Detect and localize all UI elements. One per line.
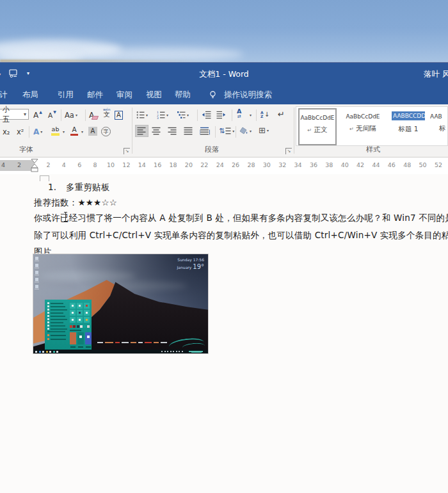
tile-glyph	[72, 305, 74, 307]
small-tile	[73, 325, 76, 328]
style-preview: AaBbCcDdE	[339, 113, 387, 120]
desktop-icon-label	[35, 275, 39, 275]
title-bar[interactable]: ▾ ▾ 文档1 - Word 落叶 风	[0, 63, 448, 85]
align-left-button[interactable]	[135, 125, 148, 137]
tab-review[interactable]: 审阅	[116, 90, 132, 101]
start-tile	[77, 303, 83, 309]
distribute-button[interactable]	[200, 125, 210, 137]
align-center-button[interactable]	[152, 125, 161, 137]
font-color-button[interactable]: A	[70, 125, 78, 137]
chevron-down-icon: ▾	[166, 113, 168, 117]
highlight-color-button[interactable]: ab	[51, 125, 60, 137]
paragraph-dialog-launcher-icon[interactable]: ↘	[285, 148, 292, 154]
tab-references[interactable]: 引用	[58, 90, 74, 101]
line-spacing-button[interactable]: ⇅ ▾	[219, 125, 234, 137]
tell-me-search[interactable]: 操作说明搜索	[224, 90, 272, 101]
start-tile	[70, 317, 76, 323]
highlight-dropdown[interactable]: ▾	[61, 125, 65, 138]
font-color-dropdown[interactable]: ▾	[80, 125, 83, 138]
ruler-number: 4	[62, 161, 66, 168]
tray-icon	[179, 351, 180, 352]
tab-design-partial[interactable]: 计	[0, 90, 8, 101]
shrink-font-button[interactable]: A▼	[48, 109, 56, 121]
borders-button[interactable]: ⊞ ▾	[259, 124, 269, 136]
style-heading1[interactable]: AABBCCDD 标题 1	[390, 108, 426, 143]
app-list-icon	[47, 328, 49, 330]
shading-button[interactable]: ▾	[239, 125, 252, 137]
tray-icon	[176, 351, 177, 352]
start-tile	[84, 310, 90, 316]
divider	[215, 126, 216, 138]
heading-text[interactable]: 多重剪贴板	[66, 182, 110, 193]
eraser-icon	[92, 116, 99, 120]
tab-mailings[interactable]: 邮件	[87, 90, 103, 101]
subscript-button[interactable]: x₂	[3, 125, 10, 138]
tray-icon	[182, 351, 183, 352]
style-name-text: 标	[439, 124, 446, 132]
tab-view[interactable]: 视图	[146, 90, 162, 101]
app-list-text	[51, 306, 65, 307]
horizontal-ruler[interactable]: 42 2468101214161820222426283032343638404…	[0, 158, 448, 174]
change-case-button[interactable]: Aa▾	[65, 109, 77, 121]
text-effects-button[interactable]: A▾	[33, 125, 42, 138]
account-user-name[interactable]: 落叶 风	[424, 69, 448, 80]
align-right-button[interactable]	[168, 125, 177, 137]
shortcut-label-dash	[122, 342, 129, 343]
desktop-icon-label	[35, 289, 39, 289]
list-number[interactable]: 1.	[48, 182, 56, 192]
divider	[236, 126, 236, 138]
divider	[232, 109, 232, 121]
clear-formatting-button[interactable]: A	[89, 109, 98, 121]
tab-layout[interactable]: 布局	[22, 90, 38, 101]
increase-indent-button[interactable]	[216, 109, 226, 121]
bullet-list-button[interactable]: ▾	[136, 109, 148, 121]
style-no-spacing[interactable]: AaBbCcDdE ↵ 无间隔	[339, 108, 387, 143]
change-case-label: Aa	[65, 111, 74, 120]
shortcut-label-dash	[97, 342, 103, 343]
style-name: ↵ 无间隔	[339, 124, 387, 133]
font-size-select[interactable]: 小五 ▾	[0, 109, 29, 120]
app-list-icon	[47, 305, 49, 307]
document-page[interactable]: 1. 多重剪贴板 推荐指数：★★★☆☆ 你或许已经习惯了将一个内容从 A 处复制…	[0, 174, 448, 493]
asian-layout-dropdown[interactable]: ▾	[248, 109, 252, 121]
asian-layout-button[interactable]: A ⇄	[237, 108, 241, 120]
numbered-list-button[interactable]: 123 ▾	[157, 109, 168, 121]
tile-glyph	[72, 319, 74, 321]
window-title: 文档1 - Word	[199, 69, 249, 80]
small-tile	[77, 325, 79, 328]
clock-month: January	[177, 265, 192, 270]
character-border-button[interactable]: A	[115, 109, 123, 121]
show-hide-marks-button[interactable]: ↵	[278, 108, 285, 120]
justify-button[interactable]	[184, 125, 193, 137]
multilevel-list-button[interactable]: ▾	[177, 109, 189, 121]
app-list-text	[51, 325, 65, 327]
touch-mode-icon[interactable]	[8, 69, 18, 78]
font-dialog-launcher-icon[interactable]: ↘	[124, 148, 130, 154]
enclose-characters-button[interactable]: 字	[101, 125, 111, 138]
decrease-indent-button[interactable]	[202, 109, 211, 121]
start-tile	[70, 310, 76, 316]
rating-line[interactable]: 推荐指数：★★★☆☆	[34, 197, 117, 209]
grow-font-button[interactable]: A▲	[33, 109, 42, 121]
indent-marker[interactable]	[31, 159, 38, 173]
app-list-icon	[47, 312, 49, 314]
body-line-1[interactable]: 你或许已经习惯了将一个内容从 A 处复制到 B 处，但如果有多条内容复制又该怎么…	[34, 213, 448, 224]
embedded-screenshot-image[interactable]: Sunday 17:56 January 19°	[33, 254, 208, 353]
style-heading2-partial[interactable]: AAB 标	[430, 108, 448, 143]
shortcut-label-dash	[145, 342, 152, 343]
sort-button[interactable]: AZ ↓	[260, 108, 269, 120]
tray-icon	[161, 351, 163, 352]
tab-help[interactable]: 帮助	[175, 90, 191, 101]
qat-dropdown-arrow-icon[interactable]: ▾	[0, 72, 1, 77]
phonetic-guide-button[interactable]: wén 文	[103, 107, 110, 119]
desktop-icon	[35, 257, 38, 260]
character-shading-button[interactable]: A	[88, 125, 97, 137]
updown-arrows-icon: ⇅	[219, 127, 225, 135]
font-color-swatch	[70, 134, 78, 136]
body-line-2[interactable]: 除了可以利用 Ctrl+C/Ctrl+V 实现单条内容的复制粘贴外，也可以借助 …	[34, 230, 448, 241]
style-preview: AABBCCDD	[392, 111, 425, 120]
qat-customize-icon[interactable]: ▾	[27, 70, 29, 76]
superscript-button[interactable]: x²	[17, 125, 24, 138]
style-normal[interactable]: AaBbCcDdE ↵ 正文	[298, 108, 337, 145]
tile-caption	[70, 346, 76, 348]
